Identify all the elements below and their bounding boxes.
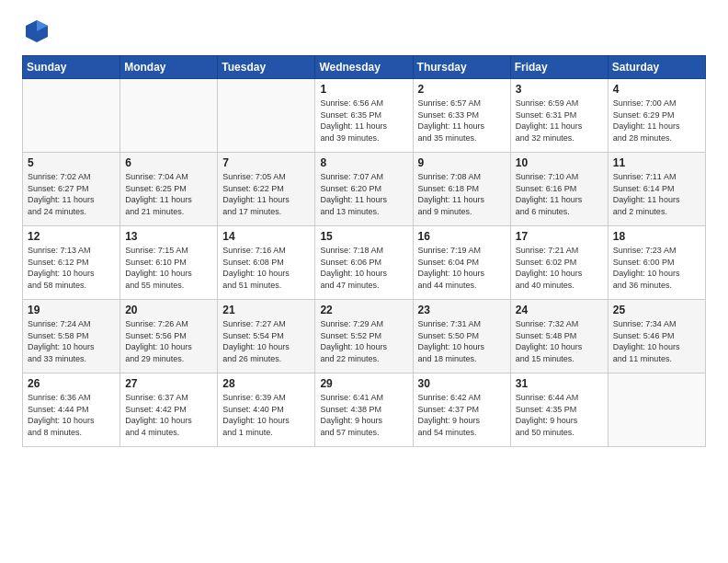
day-info: Sunrise: 7:10 AM Sunset: 6:16 PM Dayligh… [516,171,603,217]
calendar-cell: 24Sunrise: 7:32 AM Sunset: 5:48 PM Dayli… [510,300,608,373]
day-info: Sunrise: 6:56 AM Sunset: 6:35 PM Dayligh… [320,98,407,144]
day-header-wednesday: Wednesday [315,56,413,79]
day-info: Sunrise: 7:05 AM Sunset: 6:22 PM Dayligh… [222,171,310,217]
calendar-cell: 4Sunrise: 7:00 AM Sunset: 6:29 PM Daylig… [608,79,705,153]
calendar-cell: 28Sunrise: 6:39 AM Sunset: 4:40 PM Dayli… [218,373,315,447]
day-info: Sunrise: 6:57 AM Sunset: 6:33 PM Dayligh… [418,98,506,144]
day-info: Sunrise: 7:23 AM Sunset: 6:00 PM Dayligh… [613,245,700,291]
day-number: 18 [613,230,700,243]
day-number: 1 [320,83,407,96]
calendar-cell: 20Sunrise: 7:26 AM Sunset: 5:56 PM Dayli… [120,300,218,373]
calendar-cell: 19Sunrise: 7:24 AM Sunset: 5:58 PM Dayli… [23,300,120,373]
day-header-tuesday: Tuesday [218,56,315,79]
day-info: Sunrise: 7:07 AM Sunset: 6:20 PM Dayligh… [320,171,407,217]
day-info: Sunrise: 7:15 AM Sunset: 6:10 PM Dayligh… [125,245,212,291]
day-number: 20 [125,304,212,316]
day-number: 11 [613,156,700,169]
calendar-cell [608,373,705,447]
calendar-cell [120,79,218,153]
day-number: 22 [320,304,407,316]
calendar-cell: 11Sunrise: 7:11 AM Sunset: 6:14 PM Dayli… [608,153,705,226]
day-info: Sunrise: 6:42 AM Sunset: 4:37 PM Dayligh… [418,392,506,438]
page-container: SundayMondayTuesdayWednesdayThursdayFrid… [0,0,728,456]
day-number: 10 [516,156,603,169]
day-info: Sunrise: 7:32 AM Sunset: 5:48 PM Dayligh… [516,318,603,364]
day-header-monday: Monday [120,56,218,79]
calendar-week-row: 5Sunrise: 7:02 AM Sunset: 6:27 PM Daylig… [23,153,706,226]
calendar-cell [23,79,120,153]
day-info: Sunrise: 7:08 AM Sunset: 6:18 PM Dayligh… [418,171,506,217]
day-info: Sunrise: 7:11 AM Sunset: 6:14 PM Dayligh… [613,171,700,217]
day-info: Sunrise: 7:19 AM Sunset: 6:04 PM Dayligh… [418,245,506,291]
day-info: Sunrise: 7:26 AM Sunset: 5:56 PM Dayligh… [125,318,212,364]
day-info: Sunrise: 7:31 AM Sunset: 5:50 PM Dayligh… [418,318,506,364]
calendar-cell: 14Sunrise: 7:16 AM Sunset: 6:08 PM Dayli… [218,226,315,300]
logo [22,18,50,44]
day-info: Sunrise: 6:39 AM Sunset: 4:40 PM Dayligh… [222,392,310,438]
calendar-cell: 7Sunrise: 7:05 AM Sunset: 6:22 PM Daylig… [218,153,315,226]
calendar-cell: 5Sunrise: 7:02 AM Sunset: 6:27 PM Daylig… [23,153,120,226]
day-number: 17 [516,230,603,243]
calendar-table: SundayMondayTuesdayWednesdayThursdayFrid… [22,55,706,447]
day-header-thursday: Thursday [413,56,510,79]
calendar-cell: 31Sunrise: 6:44 AM Sunset: 4:35 PM Dayli… [510,373,608,447]
calendar-cell: 23Sunrise: 7:31 AM Sunset: 5:50 PM Dayli… [413,300,510,373]
day-number: 24 [516,304,603,316]
calendar-cell: 9Sunrise: 7:08 AM Sunset: 6:18 PM Daylig… [413,153,510,226]
day-info: Sunrise: 7:18 AM Sunset: 6:06 PM Dayligh… [320,245,407,291]
day-info: Sunrise: 7:21 AM Sunset: 6:02 PM Dayligh… [516,245,603,291]
day-number: 5 [28,156,115,169]
day-info: Sunrise: 6:44 AM Sunset: 4:35 PM Dayligh… [516,392,603,438]
day-number: 12 [28,230,115,243]
day-info: Sunrise: 6:41 AM Sunset: 4:38 PM Dayligh… [320,392,407,438]
calendar-cell: 27Sunrise: 6:37 AM Sunset: 4:42 PM Dayli… [120,373,218,447]
day-info: Sunrise: 7:04 AM Sunset: 6:25 PM Dayligh… [125,171,212,217]
day-number: 8 [320,156,407,169]
calendar-cell: 16Sunrise: 7:19 AM Sunset: 6:04 PM Dayli… [413,226,510,300]
day-number: 25 [613,304,700,316]
day-number: 19 [28,304,115,316]
day-number: 23 [418,304,506,316]
day-info: Sunrise: 6:37 AM Sunset: 4:42 PM Dayligh… [125,392,212,438]
calendar-cell: 1Sunrise: 6:56 AM Sunset: 6:35 PM Daylig… [315,79,413,153]
day-info: Sunrise: 7:34 AM Sunset: 5:46 PM Dayligh… [613,318,700,364]
day-info: Sunrise: 7:29 AM Sunset: 5:52 PM Dayligh… [320,318,407,364]
calendar-week-row: 12Sunrise: 7:13 AM Sunset: 6:12 PM Dayli… [23,226,706,300]
calendar-cell: 12Sunrise: 7:13 AM Sunset: 6:12 PM Dayli… [23,226,120,300]
calendar-header-row: SundayMondayTuesdayWednesdayThursdayFrid… [23,56,706,79]
day-number: 31 [516,377,603,390]
day-number: 7 [222,156,310,169]
day-info: Sunrise: 7:16 AM Sunset: 6:08 PM Dayligh… [222,245,310,291]
logo-icon [24,18,50,44]
day-header-saturday: Saturday [608,56,705,79]
day-number: 14 [222,230,310,243]
day-number: 3 [516,83,603,96]
day-info: Sunrise: 7:24 AM Sunset: 5:58 PM Dayligh… [28,318,115,364]
calendar-cell: 21Sunrise: 7:27 AM Sunset: 5:54 PM Dayli… [218,300,315,373]
day-number: 13 [125,230,212,243]
header [22,18,706,44]
calendar-cell: 6Sunrise: 7:04 AM Sunset: 6:25 PM Daylig… [120,153,218,226]
calendar-cell: 26Sunrise: 6:36 AM Sunset: 4:44 PM Dayli… [23,373,120,447]
calendar-cell: 30Sunrise: 6:42 AM Sunset: 4:37 PM Dayli… [413,373,510,447]
day-number: 16 [418,230,506,243]
calendar-week-row: 19Sunrise: 7:24 AM Sunset: 5:58 PM Dayli… [23,300,706,373]
calendar-cell: 29Sunrise: 6:41 AM Sunset: 4:38 PM Dayli… [315,373,413,447]
day-number: 4 [613,83,700,96]
calendar-cell: 25Sunrise: 7:34 AM Sunset: 5:46 PM Dayli… [608,300,705,373]
calendar-cell: 8Sunrise: 7:07 AM Sunset: 6:20 PM Daylig… [315,153,413,226]
day-info: Sunrise: 7:00 AM Sunset: 6:29 PM Dayligh… [613,98,700,144]
day-info: Sunrise: 7:13 AM Sunset: 6:12 PM Dayligh… [28,245,115,291]
day-number: 26 [28,377,115,390]
day-number: 28 [222,377,310,390]
day-number: 29 [320,377,407,390]
calendar-cell: 13Sunrise: 7:15 AM Sunset: 6:10 PM Dayli… [120,226,218,300]
day-info: Sunrise: 7:02 AM Sunset: 6:27 PM Dayligh… [28,171,115,217]
day-header-sunday: Sunday [23,56,120,79]
calendar-cell: 17Sunrise: 7:21 AM Sunset: 6:02 PM Dayli… [510,226,608,300]
calendar-week-row: 1Sunrise: 6:56 AM Sunset: 6:35 PM Daylig… [23,79,706,153]
day-header-friday: Friday [510,56,608,79]
day-number: 15 [320,230,407,243]
calendar-cell [218,79,315,153]
day-number: 30 [418,377,506,390]
